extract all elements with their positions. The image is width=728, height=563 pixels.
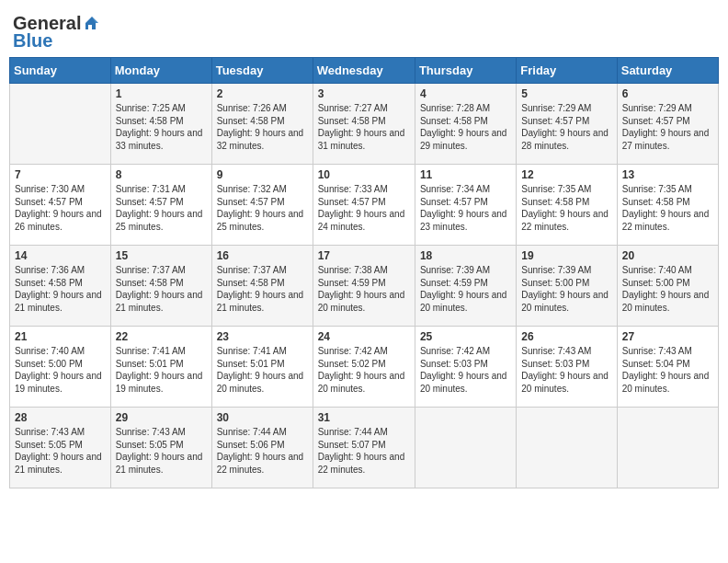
calendar-cell: 29Sunrise: 7:43 AMSunset: 5:05 PMDayligh… xyxy=(110,408,211,488)
day-number: 4 xyxy=(420,87,511,100)
cell-sun-info: Sunrise: 7:42 AMSunset: 5:02 PMDaylight:… xyxy=(318,345,410,395)
cell-sun-info: Sunrise: 7:26 AMSunset: 4:58 PMDaylight:… xyxy=(217,102,308,152)
day-number: 1 xyxy=(116,87,207,100)
day-number: 20 xyxy=(622,249,713,262)
calendar-header-row: SundayMondayTuesdayWednesdayThursdayFrid… xyxy=(10,58,719,84)
calendar-cell: 6Sunrise: 7:29 AMSunset: 4:57 PMDaylight… xyxy=(617,84,718,165)
calendar-cell: 2Sunrise: 7:26 AMSunset: 4:58 PMDaylight… xyxy=(211,84,313,165)
calendar-cell: 10Sunrise: 7:33 AMSunset: 4:57 PMDayligh… xyxy=(313,165,415,246)
calendar-cell: 17Sunrise: 7:38 AMSunset: 4:59 PMDayligh… xyxy=(313,246,415,327)
calendar-cell xyxy=(415,408,516,488)
calendar-cell: 1Sunrise: 7:25 AMSunset: 4:58 PMDaylight… xyxy=(110,84,211,165)
calendar-cell: 26Sunrise: 7:43 AMSunset: 5:03 PMDayligh… xyxy=(517,327,617,408)
calendar-cell: 13Sunrise: 7:35 AMSunset: 4:58 PMDayligh… xyxy=(617,165,718,246)
calendar-cell: 5Sunrise: 7:29 AMSunset: 4:57 PMDaylight… xyxy=(517,84,617,165)
column-header-tuesday: Tuesday xyxy=(211,58,313,84)
cell-sun-info: Sunrise: 7:44 AMSunset: 5:07 PMDaylight:… xyxy=(318,426,410,476)
cell-sun-info: Sunrise: 7:29 AMSunset: 4:57 PMDaylight:… xyxy=(521,102,611,152)
day-number: 12 xyxy=(521,168,611,181)
day-number: 2 xyxy=(217,87,308,100)
calendar-cell: 11Sunrise: 7:34 AMSunset: 4:57 PMDayligh… xyxy=(415,165,516,246)
cell-sun-info: Sunrise: 7:38 AMSunset: 4:59 PMDaylight:… xyxy=(318,264,410,314)
day-number: 28 xyxy=(15,411,106,424)
day-number: 23 xyxy=(217,330,308,343)
cell-sun-info: Sunrise: 7:28 AMSunset: 4:58 PMDaylight:… xyxy=(420,102,511,152)
calendar-week-5: 28Sunrise: 7:43 AMSunset: 5:05 PMDayligh… xyxy=(10,408,719,488)
day-number: 14 xyxy=(15,249,106,262)
calendar-cell: 9Sunrise: 7:32 AMSunset: 4:57 PMDaylight… xyxy=(211,165,313,246)
cell-sun-info: Sunrise: 7:44 AMSunset: 5:06 PMDaylight:… xyxy=(217,426,308,476)
calendar-cell xyxy=(517,408,617,488)
calendar-week-4: 21Sunrise: 7:40 AMSunset: 5:00 PMDayligh… xyxy=(10,327,719,408)
day-number: 27 xyxy=(622,330,713,343)
cell-sun-info: Sunrise: 7:43 AMSunset: 5:05 PMDaylight:… xyxy=(116,426,207,476)
calendar-week-3: 14Sunrise: 7:36 AMSunset: 4:58 PMDayligh… xyxy=(10,246,719,327)
calendar-cell: 31Sunrise: 7:44 AMSunset: 5:07 PMDayligh… xyxy=(313,408,415,488)
day-number: 22 xyxy=(116,330,207,343)
day-number: 7 xyxy=(15,168,106,181)
cell-sun-info: Sunrise: 7:39 AMSunset: 4:59 PMDaylight:… xyxy=(420,264,511,314)
calendar-cell: 8Sunrise: 7:31 AMSunset: 4:57 PMDaylight… xyxy=(110,165,211,246)
page-header: General Blue xyxy=(9,9,719,52)
cell-sun-info: Sunrise: 7:41 AMSunset: 5:01 PMDaylight:… xyxy=(116,345,207,395)
column-header-friday: Friday xyxy=(517,58,617,84)
calendar-cell: 15Sunrise: 7:37 AMSunset: 4:58 PMDayligh… xyxy=(110,246,211,327)
column-header-saturday: Saturday xyxy=(617,58,718,84)
cell-sun-info: Sunrise: 7:43 AMSunset: 5:05 PMDaylight:… xyxy=(15,426,106,476)
cell-sun-info: Sunrise: 7:35 AMSunset: 4:58 PMDaylight:… xyxy=(521,183,611,233)
calendar-cell: 30Sunrise: 7:44 AMSunset: 5:06 PMDayligh… xyxy=(211,408,313,488)
calendar-cell: 16Sunrise: 7:37 AMSunset: 4:58 PMDayligh… xyxy=(211,246,313,327)
calendar-cell: 23Sunrise: 7:41 AMSunset: 5:01 PMDayligh… xyxy=(211,327,313,408)
calendar-cell: 12Sunrise: 7:35 AMSunset: 4:58 PMDayligh… xyxy=(517,165,617,246)
calendar-cell: 22Sunrise: 7:41 AMSunset: 5:01 PMDayligh… xyxy=(110,327,211,408)
cell-sun-info: Sunrise: 7:41 AMSunset: 5:01 PMDaylight:… xyxy=(217,345,308,395)
column-header-wednesday: Wednesday xyxy=(313,58,415,84)
cell-sun-info: Sunrise: 7:40 AMSunset: 5:00 PMDaylight:… xyxy=(15,345,106,395)
calendar-table: SundayMondayTuesdayWednesdayThursdayFrid… xyxy=(9,57,719,488)
cell-sun-info: Sunrise: 7:43 AMSunset: 5:04 PMDaylight:… xyxy=(622,345,713,395)
logo: General Blue xyxy=(13,13,100,52)
calendar-cell xyxy=(10,84,111,165)
calendar-cell: 25Sunrise: 7:42 AMSunset: 5:03 PMDayligh… xyxy=(415,327,516,408)
day-number: 16 xyxy=(217,249,308,262)
logo-icon xyxy=(84,15,100,31)
calendar-week-1: 1Sunrise: 7:25 AMSunset: 4:58 PMDaylight… xyxy=(10,84,719,165)
calendar-cell: 24Sunrise: 7:42 AMSunset: 5:02 PMDayligh… xyxy=(313,327,415,408)
column-header-monday: Monday xyxy=(110,58,211,84)
day-number: 21 xyxy=(15,330,106,343)
calendar-cell: 7Sunrise: 7:30 AMSunset: 4:57 PMDaylight… xyxy=(10,165,111,246)
column-header-sunday: Sunday xyxy=(10,58,111,84)
day-number: 19 xyxy=(521,249,611,262)
day-number: 25 xyxy=(420,330,511,343)
cell-sun-info: Sunrise: 7:36 AMSunset: 4:58 PMDaylight:… xyxy=(15,264,106,314)
calendar-cell: 27Sunrise: 7:43 AMSunset: 5:04 PMDayligh… xyxy=(617,327,718,408)
calendar-cell: 21Sunrise: 7:40 AMSunset: 5:00 PMDayligh… xyxy=(10,327,111,408)
day-number: 8 xyxy=(116,168,207,181)
cell-sun-info: Sunrise: 7:39 AMSunset: 5:00 PMDaylight:… xyxy=(521,264,611,314)
calendar-cell: 18Sunrise: 7:39 AMSunset: 4:59 PMDayligh… xyxy=(415,246,516,327)
day-number: 26 xyxy=(521,330,611,343)
cell-sun-info: Sunrise: 7:31 AMSunset: 4:57 PMDaylight:… xyxy=(116,183,207,233)
calendar-week-2: 7Sunrise: 7:30 AMSunset: 4:57 PMDaylight… xyxy=(10,165,719,246)
day-number: 6 xyxy=(622,87,713,100)
calendar-cell: 3Sunrise: 7:27 AMSunset: 4:58 PMDaylight… xyxy=(313,84,415,165)
day-number: 31 xyxy=(318,411,410,424)
cell-sun-info: Sunrise: 7:29 AMSunset: 4:57 PMDaylight:… xyxy=(622,102,713,152)
column-header-thursday: Thursday xyxy=(415,58,516,84)
day-number: 17 xyxy=(318,249,410,262)
day-number: 13 xyxy=(622,168,713,181)
cell-sun-info: Sunrise: 7:33 AMSunset: 4:57 PMDaylight:… xyxy=(318,183,410,233)
calendar-cell: 14Sunrise: 7:36 AMSunset: 4:58 PMDayligh… xyxy=(10,246,111,327)
cell-sun-info: Sunrise: 7:25 AMSunset: 4:58 PMDaylight:… xyxy=(116,102,207,152)
cell-sun-info: Sunrise: 7:37 AMSunset: 4:58 PMDaylight:… xyxy=(116,264,207,314)
day-number: 11 xyxy=(420,168,511,181)
cell-sun-info: Sunrise: 7:34 AMSunset: 4:57 PMDaylight:… xyxy=(420,183,511,233)
calendar-cell xyxy=(617,408,718,488)
day-number: 3 xyxy=(318,87,410,100)
day-number: 30 xyxy=(217,411,308,424)
cell-sun-info: Sunrise: 7:42 AMSunset: 5:03 PMDaylight:… xyxy=(420,345,511,395)
day-number: 29 xyxy=(116,411,207,424)
day-number: 5 xyxy=(521,87,611,100)
cell-sun-info: Sunrise: 7:27 AMSunset: 4:58 PMDaylight:… xyxy=(318,102,410,152)
cell-sun-info: Sunrise: 7:37 AMSunset: 4:58 PMDaylight:… xyxy=(217,264,308,314)
